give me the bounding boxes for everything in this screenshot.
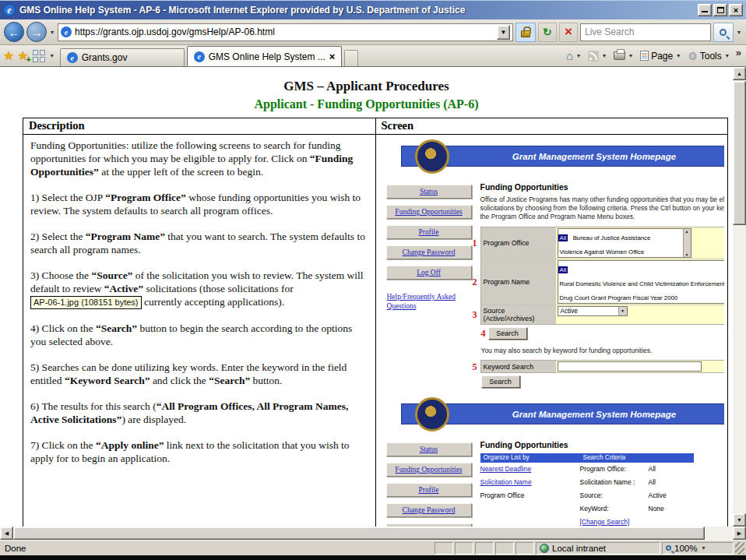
organize-list-links: Nearest Deadline Solicitation Name Progr… bbox=[480, 465, 580, 527]
search-options-dropdown-icon[interactable]: ▾ bbox=[736, 29, 742, 36]
printer-icon bbox=[614, 51, 625, 60]
sidebar-item-change-password[interactable]: Change Password bbox=[386, 245, 472, 259]
address-bar[interactable]: e https://grants.ojp.usdoj.gov/gmsHelp/A… bbox=[58, 23, 513, 41]
change-search-link[interactable]: [Change Search] bbox=[580, 518, 630, 526]
listbox-option[interactable]: Rural Domestic Violence and Child Victim… bbox=[558, 280, 725, 287]
listbox-option[interactable]: Drug Court Grant Program Fiscal Year 200… bbox=[558, 294, 680, 301]
close-button[interactable]: × bbox=[729, 4, 743, 16]
source-select[interactable]: Active ▼ bbox=[558, 306, 628, 316]
tab-favicon-icon: e bbox=[194, 51, 205, 62]
title-bar: e GMS Online Help System - AP-6 - Micros… bbox=[0, 0, 746, 19]
home-button[interactable]: ⌂▾ bbox=[564, 48, 584, 64]
description-paragraph: 3) Choose the “Source” of the solicitati… bbox=[30, 269, 368, 309]
quick-tabs-icon[interactable] bbox=[32, 49, 46, 63]
listbox-scrollbar[interactable]: ▲▼ bbox=[683, 229, 691, 257]
address-url[interactable]: https://grants.ojp.usdoj.gov/gmsHelp/AP-… bbox=[75, 26, 494, 37]
keyword-search-button[interactable]: Search bbox=[481, 375, 520, 388]
tools-menu-button[interactable]: ⚙Tools▾ bbox=[685, 48, 733, 64]
description-paragraph: 1) Select the OJP “Program Office” whose… bbox=[30, 191, 368, 217]
description-cell: Funding Opportunities: utilize the follo… bbox=[23, 135, 376, 527]
toolbar-overflow-icon[interactable]: » bbox=[734, 45, 743, 60]
search-button[interactable]: Search bbox=[488, 327, 527, 340]
page-menu-button[interactable]: Page▾ bbox=[638, 49, 684, 63]
status-text: Done bbox=[2, 544, 433, 553]
gms-sidebar: Status Funding Opportunities Profile Cha… bbox=[381, 438, 477, 527]
window-title: GMS Online Help System - AP-6 - Microsof… bbox=[19, 5, 694, 16]
search-criteria-values: Program Office:All Solicitation Name :Al… bbox=[580, 465, 725, 527]
scroll-down-icon[interactable]: ▼ bbox=[733, 513, 746, 527]
zoom-control[interactable]: 100% ▾ bbox=[662, 542, 734, 555]
sort-solicitation-name-link[interactable]: Solicitation Name bbox=[480, 478, 532, 486]
program-name-listbox[interactable]: All Rural Domestic Violence and Child Vi… bbox=[558, 260, 725, 304]
sidebar-item-change-password[interactable]: Change Password bbox=[386, 503, 472, 517]
description-paragraph: 5) Searches can be done utilizing key wo… bbox=[30, 361, 368, 387]
sidebar-item-status[interactable]: Status bbox=[386, 442, 472, 456]
live-search-input[interactable]: Live Search bbox=[580, 23, 711, 41]
sidebar-item-profile[interactable]: Profile bbox=[386, 225, 472, 239]
maximize-icon bbox=[717, 7, 724, 13]
forward-button[interactable]: → bbox=[26, 22, 47, 42]
stop-button[interactable]: × bbox=[559, 23, 578, 42]
live-search-placeholder: Live Search bbox=[585, 26, 634, 37]
horizontal-scrollbar-thumb[interactable] bbox=[13, 527, 705, 540]
scroll-up-icon[interactable]: ▲ bbox=[733, 67, 746, 80]
ie-logo-icon: e bbox=[3, 4, 16, 16]
minimize-button[interactable] bbox=[698, 4, 712, 16]
search-go-button[interactable] bbox=[713, 23, 734, 42]
magnifier-icon bbox=[720, 29, 727, 36]
maximize-button[interactable] bbox=[713, 4, 727, 16]
program-office-listbox[interactable]: All Bureau of Justice Assistance Violenc… bbox=[558, 228, 691, 258]
listbox-option[interactable]: Bureau of Justice Assistance bbox=[572, 234, 653, 241]
listbox-option-selected[interactable]: All bbox=[558, 234, 568, 241]
scroll-down-icon: ▼ bbox=[685, 252, 689, 257]
sidebar-item-log-off[interactable]: Log Off bbox=[386, 266, 472, 280]
rss-feed-icon bbox=[588, 51, 599, 62]
feeds-button[interactable]: ▾ bbox=[586, 49, 610, 63]
refresh-button[interactable]: ↻ bbox=[538, 23, 557, 42]
step-number-2: 2 bbox=[473, 276, 477, 288]
horizontal-scrollbar[interactable]: ◀ ▶ bbox=[0, 527, 746, 540]
select-dropdown-icon[interactable]: ▼ bbox=[618, 307, 627, 315]
sort-nearest-deadline-link[interactable]: Nearest Deadline bbox=[480, 465, 532, 473]
resize-grip[interactable] bbox=[735, 542, 744, 555]
sidebar-item-status[interactable]: Status bbox=[386, 185, 472, 199]
step-number-1: 1 bbox=[473, 238, 477, 249]
vertical-scrollbar[interactable]: ▲ ▼ bbox=[733, 67, 746, 527]
tab-grants-gov[interactable]: e Grants.gov bbox=[60, 48, 185, 66]
security-zone-label: Local intranet bbox=[552, 544, 606, 553]
status-pane bbox=[495, 542, 514, 555]
tab-gms-help[interactable]: e GMS Online Help System ... × bbox=[187, 46, 343, 66]
new-tab-button[interactable] bbox=[344, 50, 358, 66]
listbox-option-selected[interactable]: All bbox=[558, 266, 568, 273]
favorites-center-icon[interactable]: ★ bbox=[3, 48, 14, 63]
history-dropdown-icon[interactable]: ▾ bbox=[49, 29, 55, 36]
help-faq-link[interactable]: Help/Frequently Asked Questions bbox=[387, 292, 476, 311]
zoom-dropdown-icon[interactable]: ▾ bbox=[700, 544, 706, 551]
print-button[interactable]: ▾ bbox=[611, 50, 636, 62]
listbox-option[interactable]: Violence Against Women Office bbox=[558, 248, 646, 255]
sidebar-item-funding-opportunities[interactable]: Funding Opportunities bbox=[386, 463, 472, 477]
navigation-bar: ← → ▾ e https://grants.ojp.usdoj.gov/gms… bbox=[0, 19, 746, 45]
keyword-search-input[interactable] bbox=[558, 361, 702, 372]
sidebar-item-profile[interactable]: Profile bbox=[386, 483, 472, 497]
globe-icon bbox=[540, 544, 549, 553]
description-paragraph: 2) Select the “Program Name” that you wa… bbox=[30, 230, 368, 256]
back-button[interactable]: ← bbox=[4, 22, 24, 42]
page-favicon-icon: e bbox=[61, 26, 72, 37]
tab-list-dropdown-icon[interactable]: ▾ bbox=[49, 52, 55, 59]
description-column-header: Description bbox=[23, 118, 376, 135]
page-title: GMS – Applicant Procedures bbox=[0, 79, 733, 94]
sidebar-item-funding-opportunities[interactable]: Funding Opportunities bbox=[386, 205, 472, 219]
tab-bar: ★ ★+ ▾ e Grants.gov e GMS Online Help Sy… bbox=[0, 45, 746, 67]
tab-favicon-icon: e bbox=[67, 52, 78, 63]
scroll-left-icon[interactable]: ◀ bbox=[0, 527, 13, 540]
address-dropdown-icon[interactable]: ▼ bbox=[497, 25, 510, 40]
scroll-right-icon[interactable]: ▶ bbox=[733, 527, 746, 540]
security-lock-button[interactable] bbox=[516, 23, 536, 42]
add-favorite-icon[interactable]: ★+ bbox=[17, 48, 28, 63]
keyword-note: You may also search by keyword for fundi… bbox=[481, 347, 725, 354]
gms-header-bar: Grant Management System Homepage bbox=[401, 403, 725, 424]
command-bar: ⌂▾ ▾ ▾ Page▾ ⚙Tools▾ » bbox=[564, 45, 743, 66]
tab-close-icon[interactable]: × bbox=[329, 51, 336, 62]
vertical-scrollbar-thumb[interactable] bbox=[733, 81, 746, 225]
